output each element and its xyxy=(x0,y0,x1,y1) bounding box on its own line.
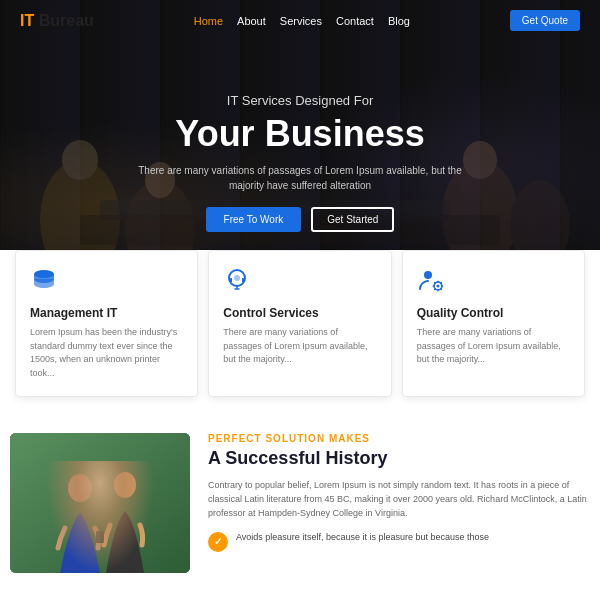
hero-title: Your Business xyxy=(175,114,424,154)
service-cards: Management IT Lorem Ipsum has been the i… xyxy=(0,250,600,397)
card-control-services-title: Control Services xyxy=(223,306,376,320)
bottom-title: A Successful History xyxy=(208,448,590,470)
svg-rect-19 xyxy=(96,531,104,543)
get-started-button[interactable]: Get Started xyxy=(311,207,394,232)
bottom-description: Contrary to popular belief, Lorem Ipsum … xyxy=(208,478,590,521)
svg-point-12 xyxy=(424,271,432,279)
svg-point-14 xyxy=(436,285,439,288)
bottom-image-illustration xyxy=(10,433,190,573)
svg-point-18 xyxy=(114,472,136,498)
logo-second: Bureau xyxy=(39,12,94,29)
logo: IT Bureau xyxy=(20,12,94,30)
bottom-image xyxy=(10,433,190,573)
control-services-icon xyxy=(223,267,376,298)
card-management-it-text: Lorem Ipsum has been the industry's stan… xyxy=(30,326,183,380)
database-icon xyxy=(30,267,58,295)
hero-subtitle: IT Services Designed For xyxy=(227,93,373,108)
nav-contact[interactable]: Contact xyxy=(336,15,374,27)
quality-control-icon xyxy=(417,267,570,298)
hero-section: IT Services Designed For Your Business T… xyxy=(0,0,600,290)
free-to-work-button[interactable]: Free To Work xyxy=(206,207,302,232)
card-quality-control-title: Quality Control xyxy=(417,306,570,320)
card-management-it-title: Management IT xyxy=(30,306,183,320)
hero-content: IT Services Designed For Your Business T… xyxy=(0,0,600,290)
get-quote-button[interactable]: Get Quote xyxy=(510,10,580,31)
navbar: IT Bureau Home About Services Contact Bl… xyxy=(0,0,600,41)
hero-description: There are many variations of passages of… xyxy=(130,163,470,193)
card-control-services-text: There are many variations of passages of… xyxy=(223,326,376,367)
card-control-services: Control Services There are many variatio… xyxy=(208,250,391,397)
headset-icon xyxy=(223,267,251,295)
nav-links: Home About Services Contact Blog xyxy=(194,15,410,27)
svg-point-17 xyxy=(68,474,92,502)
check-icon: ✓ xyxy=(208,532,228,552)
logo-first: IT xyxy=(20,12,39,29)
nav-home[interactable]: Home xyxy=(194,15,223,27)
card-quality-control: Quality Control There are many variation… xyxy=(402,250,585,397)
bottom-section: PERFECT SOLUTION MAKES A Successful Hist… xyxy=(0,413,600,583)
bottom-label: PERFECT SOLUTION MAKES xyxy=(208,433,590,444)
svg-point-11 xyxy=(234,275,240,281)
check-text: Avoids pleasure itself, because it is pl… xyxy=(236,531,489,545)
nav-about[interactable]: About xyxy=(237,15,266,27)
person-gear-icon xyxy=(417,267,445,295)
management-it-icon xyxy=(30,267,183,298)
nav-services[interactable]: Services xyxy=(280,15,322,27)
card-quality-control-text: There are many variations of passages of… xyxy=(417,326,570,367)
svg-rect-16 xyxy=(10,433,190,573)
bottom-content: PERFECT SOLUTION MAKES A Successful Hist… xyxy=(190,433,590,573)
nav-blog[interactable]: Blog xyxy=(388,15,410,27)
card-management-it: Management IT Lorem Ipsum has been the i… xyxy=(15,250,198,397)
bottom-check: ✓ Avoids pleasure itself, because it is … xyxy=(208,531,590,552)
hero-buttons: Free To Work Get Started xyxy=(206,207,395,232)
